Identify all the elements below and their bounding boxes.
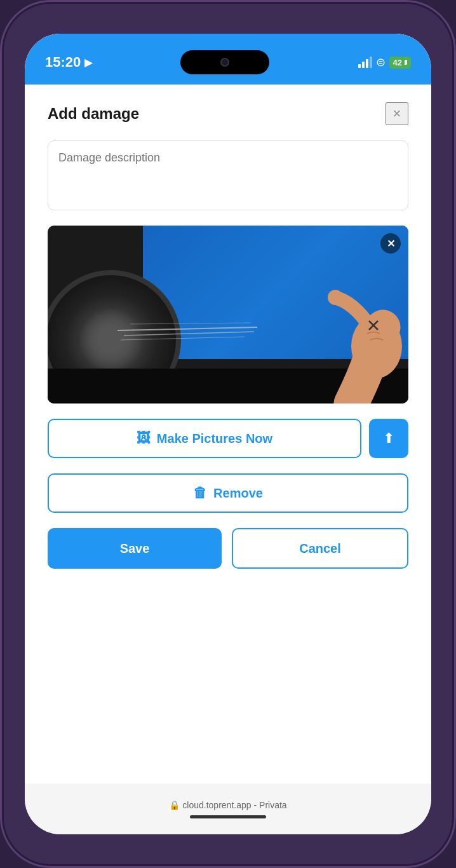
remove-button[interactable]: 🗑 Remove: [48, 473, 408, 513]
phone-frame: 15:20 ▶ ⊜ 42: [0, 0, 456, 868]
action-row: Save Cancel: [48, 528, 408, 569]
status-bar: 15:20 ▶ ⊜ 42: [25, 34, 431, 85]
save-label: Save: [120, 541, 150, 555]
make-pictures-button[interactable]: 🖼 Make Pictures Now: [48, 419, 361, 458]
notch: [180, 50, 269, 74]
svg-line-0: [117, 327, 257, 330]
lock-icon: 🔒: [169, 800, 180, 810]
battery-level: 42: [393, 58, 402, 67]
save-button[interactable]: Save: [48, 528, 222, 569]
cancel-button[interactable]: Cancel: [232, 528, 408, 569]
svg-line-3: [130, 323, 251, 324]
status-icons: ⊜ 42: [358, 55, 411, 69]
battery-icon: 42: [389, 57, 411, 69]
upload-button[interactable]: ⬆: [369, 419, 408, 458]
remove-label: Remove: [213, 486, 263, 501]
dialog-title: Add damage: [48, 105, 139, 123]
hand-image: [275, 276, 408, 403]
bottom-bar: 🔒 cloud.toprent.app - Privata: [25, 783, 431, 834]
location-icon: ▶: [84, 57, 92, 69]
damage-description-input[interactable]: [48, 140, 408, 210]
cancel-label: Cancel: [299, 541, 341, 555]
image-remove-button[interactable]: ✕: [380, 233, 401, 254]
wifi-icon: ⊜: [376, 55, 386, 69]
svg-line-1: [124, 332, 254, 336]
close-button[interactable]: ×: [386, 102, 408, 125]
url-bar: 🔒 cloud.toprent.app - Privata: [169, 800, 286, 810]
url-suffix: - Privata: [254, 800, 287, 810]
make-pictures-label: Make Pictures Now: [157, 431, 272, 446]
svg-line-2: [121, 337, 245, 340]
scratch-marks: [117, 318, 276, 349]
status-time: 15:20 ▶: [45, 54, 92, 71]
close-icon: ×: [393, 105, 401, 122]
pictures-row: 🖼 Make Pictures Now ⬆: [48, 419, 408, 458]
trash-icon: 🗑: [193, 485, 207, 501]
svg-point-4: [328, 290, 343, 305]
phone-screen: 15:20 ▶ ⊜ 42: [25, 34, 431, 834]
url-text: cloud.toprent.app: [182, 800, 251, 810]
home-indicator[interactable]: [190, 815, 266, 818]
time-display: 15:20: [45, 54, 81, 71]
image-close-icon: ✕: [387, 238, 395, 250]
svg-point-5: [351, 315, 402, 378]
camera-notch: [220, 58, 229, 67]
damage-image-container: ✕: [48, 226, 408, 403]
dialog-header: Add damage ×: [48, 102, 408, 125]
upload-icon: ⬆: [383, 430, 394, 447]
camera-icon: 🖼: [137, 430, 151, 447]
signal-icon: [358, 57, 372, 68]
content-area: Add damage ×: [25, 85, 431, 783]
